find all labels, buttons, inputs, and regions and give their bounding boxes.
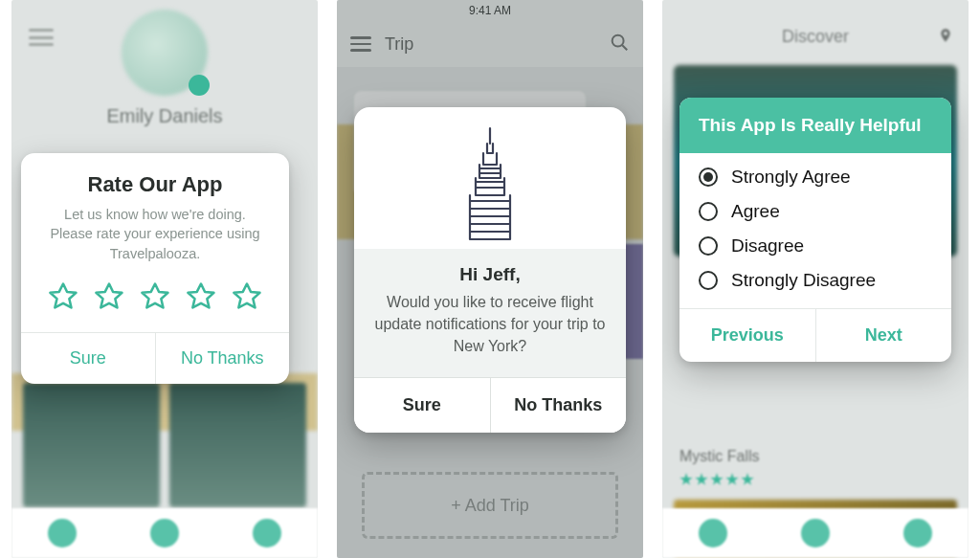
bg-thumbnails — [23, 383, 306, 507]
nav-icon — [150, 519, 179, 547]
phone-rate-app: Emily Daniels Rate Our App Let us know h… — [11, 0, 318, 558]
nav-icon — [801, 519, 830, 547]
dismiss-button[interactable]: No Thanks — [490, 378, 627, 433]
bg-star-rating — [679, 473, 754, 486]
phone-survey: Discover Mystic Falls This App Is Really… — [662, 0, 969, 558]
survey-option[interactable]: Strongly Disagree — [699, 270, 932, 291]
star-icon[interactable] — [93, 280, 125, 313]
notification-dialog: Hi Jeff, Would you like to receive fligh… — [354, 107, 626, 433]
radio-icon — [699, 167, 718, 187]
next-button[interactable]: Next — [815, 309, 952, 362]
dialog-body-wrap: Hi Jeff, Would you like to receive fligh… — [354, 249, 626, 377]
star-icon[interactable] — [47, 280, 79, 313]
survey-option[interactable]: Disagree — [699, 235, 932, 257]
star-icon[interactable] — [185, 280, 217, 313]
dialog-body: Let us know how we're doing. Please rate… — [21, 205, 289, 277]
map-pin-icon — [938, 25, 953, 46]
nav-icon — [48, 519, 77, 547]
survey-option[interactable]: Strongly Agree — [699, 167, 932, 188]
survey-option-label: Strongly Agree — [731, 167, 851, 188]
nav-icon — [903, 519, 932, 547]
bg-caption: Mystic Falls — [679, 448, 760, 465]
bg-user-name: Emily Daniels — [11, 105, 318, 127]
status-dot — [189, 75, 210, 96]
rate-app-dialog: Rate Our App Let us know how we're doing… — [21, 153, 289, 384]
star-icon[interactable] — [139, 280, 171, 313]
radio-icon — [699, 236, 718, 256]
survey-options: Strongly AgreeAgreeDisagreeStrongly Disa… — [679, 153, 951, 308]
bottom-nav — [662, 508, 969, 558]
survey-option-label: Agree — [731, 201, 780, 222]
radio-icon — [699, 271, 718, 290]
survey-dialog: This App Is Really Helpful Strongly Agre… — [679, 98, 951, 362]
survey-option-label: Strongly Disagree — [731, 270, 876, 291]
nav-icon — [699, 519, 727, 547]
dialog-body: Would you like to receive flight update … — [373, 291, 607, 358]
survey-option[interactable]: Agree — [699, 201, 932, 222]
dialog-button-row: Sure No Thanks — [21, 332, 289, 384]
bottom-nav — [11, 508, 318, 558]
dialog-button-row: Previous Next — [679, 308, 951, 362]
star-icon[interactable] — [231, 280, 263, 313]
dialog-button-row: Sure No Thanks — [354, 377, 626, 433]
hamburger-icon — [29, 29, 54, 46]
star-rating[interactable] — [21, 277, 289, 332]
previous-button[interactable]: Previous — [679, 309, 815, 362]
radio-icon — [699, 202, 718, 221]
dialog-title: This App Is Really Helpful — [679, 98, 951, 153]
dialog-greeting: Hi Jeff, — [373, 264, 607, 285]
nav-icon — [253, 519, 281, 547]
bg-page-title: Discover — [662, 27, 969, 47]
phone-notification-prompt: 9:41 AM Trip + Add Trip — [337, 0, 643, 558]
empire-state-icon — [354, 107, 626, 249]
survey-option-label: Disagree — [731, 235, 804, 257]
confirm-button[interactable]: Sure — [21, 333, 155, 384]
confirm-button[interactable]: Sure — [354, 378, 490, 433]
dismiss-button[interactable]: No Thanks — [155, 333, 290, 384]
dialog-title: Rate Our App — [21, 153, 289, 205]
